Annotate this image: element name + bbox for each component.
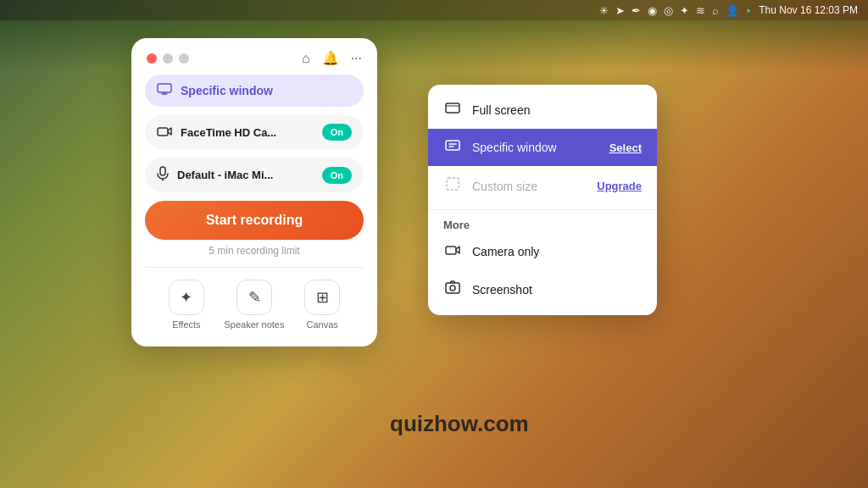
- custom-size-label: Custom size: [472, 180, 587, 193]
- maximize-button[interactable]: [179, 53, 189, 64]
- mic-toggle[interactable]: On: [322, 167, 352, 184]
- fullscreen-label: Full screen: [472, 103, 642, 117]
- minimize-button[interactable]: [163, 53, 173, 64]
- main-panel: ⌂ 🔔 ··· Specific window: [131, 38, 377, 347]
- fullscreen-icon: [443, 102, 462, 119]
- camera-only-option[interactable]: Camera only: [428, 233, 657, 270]
- specific-window-icon: [443, 139, 462, 156]
- pen-icon: ✒: [632, 4, 641, 17]
- menubar-time: Thu Nov 16 12:03 PM: [759, 4, 858, 16]
- svg-rect-1: [158, 128, 168, 136]
- speaker-notes-item[interactable]: ✎ Speaker notes: [225, 280, 285, 330]
- camera-only-label: Camera only: [472, 245, 642, 258]
- speaker-notes-icon: ✎: [236, 280, 272, 315]
- screenshot-label: Screenshot: [472, 283, 642, 297]
- mic-label: Default - iMac Mi...: [177, 169, 314, 181]
- speaker-notes-label: Speaker notes: [225, 319, 285, 330]
- home-icon[interactable]: ⌂: [302, 51, 310, 66]
- dropdown-divider: [428, 209, 657, 210]
- focus-icon: ◎: [664, 4, 673, 17]
- bottom-icons: ✦ Effects ✎ Speaker notes ⊞ Canvas: [145, 280, 364, 330]
- panel-body: Specific window FaceTime HD Ca... On: [131, 75, 377, 330]
- effects-icon: ✦: [169, 280, 204, 315]
- canvas-label: Canvas: [307, 319, 338, 330]
- svg-rect-7: [446, 283, 459, 293]
- custom-size-icon: [443, 176, 462, 196]
- canvas-icon: ⊞: [304, 280, 340, 315]
- fullscreen-option[interactable]: Full screen: [428, 92, 657, 129]
- screenshot-option[interactable]: Screenshot: [428, 270, 657, 308]
- title-icons: ⌂ 🔔 ···: [302, 50, 362, 66]
- svg-point-8: [450, 286, 455, 291]
- window-controls: [147, 53, 189, 64]
- camera-row[interactable]: FaceTime HD Ca... On: [145, 115, 364, 149]
- menubar-icons: ✳ ➤ ✒ ◉ ◎ ✦ ≋ ⌕ 👤 ●: [599, 4, 750, 17]
- specific-window-label: Specific window: [181, 84, 352, 97]
- dropdown-panel: Full screen Specific window Select Custo…: [428, 85, 657, 315]
- camera-label: FaceTime HD Ca...: [181, 126, 314, 139]
- specific-window-option-label: Specific window: [472, 141, 599, 154]
- upgrade-link[interactable]: Upgrade: [597, 180, 642, 192]
- mic-row[interactable]: Default - iMac Mi... On: [145, 158, 364, 192]
- mic-icon: [157, 166, 169, 184]
- select-link[interactable]: Select: [609, 141, 642, 154]
- bell-icon[interactable]: 🔔: [322, 50, 339, 66]
- effects-item[interactable]: ✦ Effects: [169, 280, 204, 330]
- more-section-label: More: [428, 214, 657, 233]
- watermark: quizhow.com: [390, 411, 529, 437]
- brightness-icon: ✳: [599, 4, 609, 17]
- bluetooth-icon: ✦: [680, 4, 689, 17]
- svg-rect-4: [446, 141, 459, 150]
- eye-icon: ◉: [648, 4, 657, 17]
- title-bar: ⌂ 🔔 ···: [131, 38, 377, 75]
- status-dot: ●: [746, 7, 750, 14]
- svg-rect-3: [446, 103, 459, 113]
- recording-limit: 5 min recording limit: [145, 245, 364, 257]
- specific-window-option[interactable]: Specific window Select: [428, 129, 657, 166]
- effects-label: Effects: [172, 319, 200, 330]
- wifi-icon: ≋: [696, 4, 705, 17]
- camera-icon: [157, 125, 172, 140]
- camera-toggle[interactable]: On: [322, 124, 352, 141]
- svg-rect-0: [158, 84, 171, 92]
- specific-window-row[interactable]: Specific window: [145, 75, 364, 107]
- screenshot-icon: [443, 280, 462, 298]
- panel-divider: [145, 267, 364, 268]
- custom-size-option[interactable]: Custom size Upgrade: [428, 166, 657, 206]
- close-button[interactable]: [147, 53, 157, 64]
- monitor-icon: [157, 83, 172, 98]
- svg-rect-6: [446, 247, 456, 254]
- user-icon: 👤: [726, 4, 739, 17]
- search-icon[interactable]: ⌕: [712, 4, 719, 17]
- mail-icon: ➤: [615, 4, 625, 17]
- svg-rect-2: [160, 167, 165, 175]
- camera-only-icon: [443, 243, 462, 260]
- svg-rect-5: [447, 178, 459, 190]
- menubar: ✳ ➤ ✒ ◉ ◎ ✦ ≋ ⌕ 👤 ● Thu Nov 16 12:03 PM: [0, 0, 868, 20]
- more-icon[interactable]: ···: [351, 51, 362, 66]
- start-recording-button[interactable]: Start recording: [145, 201, 364, 240]
- canvas-item[interactable]: ⊞ Canvas: [304, 280, 340, 330]
